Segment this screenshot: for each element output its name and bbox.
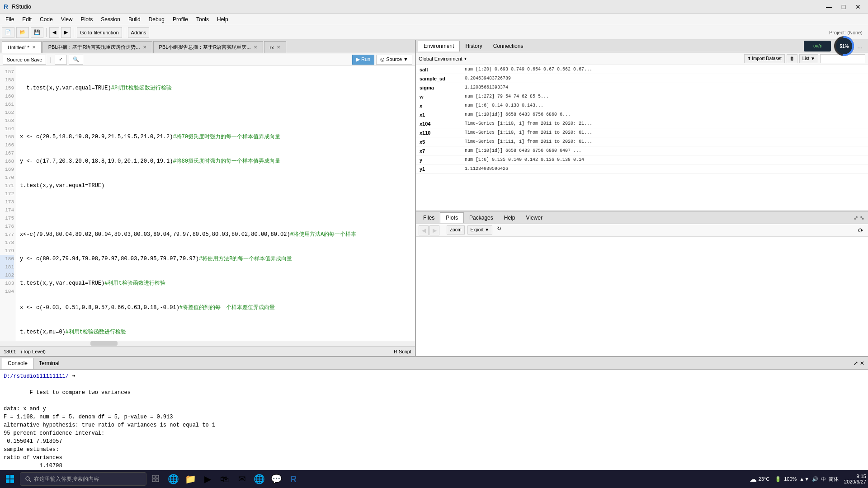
env-var-x110[interactable]: x110 Time-Series [1:110, 1] from 2011 to… bbox=[416, 128, 868, 137]
prev-button[interactable]: ◀ bbox=[49, 27, 59, 38]
taskbar-teams-icon[interactable]: 💬 bbox=[269, 471, 284, 487]
menu-plots[interactable]: Plots bbox=[77, 14, 97, 24]
open-file-button[interactable]: 📂 bbox=[16, 27, 29, 38]
tab-rx[interactable]: rx ✕ bbox=[264, 41, 286, 53]
toolbar-separator-1 bbox=[46, 28, 47, 37]
menu-view[interactable]: View bbox=[57, 14, 76, 24]
toolbar-separator-2 bbox=[74, 28, 74, 37]
source-button[interactable]: ◎ Source ▼ bbox=[376, 55, 412, 65]
menu-code[interactable]: Code bbox=[36, 14, 57, 24]
code-content[interactable]: t.test(x,y,var.equal=TRUE)#利用t检验函数进行检验 x… bbox=[16, 66, 415, 341]
env-var-sample-sd[interactable]: sample_sd 0.204639483726789 bbox=[416, 74, 868, 83]
taskbar-mail-icon[interactable]: ✉ bbox=[234, 471, 250, 487]
tab-close-pbl1[interactable]: ✕ bbox=[143, 45, 146, 50]
tab-files[interactable]: Files bbox=[418, 212, 440, 223]
plot-prev-button[interactable]: ◀ bbox=[419, 225, 429, 235]
new-file-button[interactable]: 📄 bbox=[2, 27, 14, 38]
find-button[interactable]: 🔍 bbox=[69, 55, 83, 65]
menu-build[interactable]: Build bbox=[125, 14, 144, 24]
editor-toolbar-left: Source on Save | ✓ 🔍 bbox=[3, 55, 83, 65]
env-var-sigma[interactable]: sigma 1.12085661393374 bbox=[416, 83, 868, 92]
collapse-icon[interactable]: ⤡ bbox=[860, 215, 864, 221]
tab-close-untitled1[interactable]: ✕ bbox=[32, 45, 36, 50]
editor-toolbar: Source on Save | ✓ 🔍 ▶ Run ◎ Source ▼ bbox=[0, 53, 415, 66]
import-dataset-button[interactable]: ⬆ Import Dataset bbox=[744, 54, 785, 63]
next-button[interactable]: ▶ bbox=[61, 27, 71, 38]
tab-packages[interactable]: Packages bbox=[464, 212, 499, 223]
tab-history[interactable]: History bbox=[460, 41, 487, 52]
env-var-x5[interactable]: x5 Time-Series [1:111, 1] from 2011 to 2… bbox=[416, 137, 868, 146]
start-button[interactable] bbox=[2, 471, 18, 487]
addins-button[interactable]: Addins bbox=[128, 27, 150, 38]
tab-plots[interactable]: Plots bbox=[440, 212, 464, 223]
tab-environment[interactable]: Environment bbox=[418, 41, 460, 52]
code-editor[interactable]: 157 158 159 160 161 162 163 164 165 166 … bbox=[0, 66, 415, 346]
menu-help[interactable]: Help bbox=[213, 14, 232, 24]
menu-profile[interactable]: Profile bbox=[169, 14, 192, 24]
tab-terminal[interactable]: Terminal bbox=[33, 358, 65, 369]
env-var-salt[interactable]: salt num [1:20] 0.693 0.749 0.654 0.67 0… bbox=[416, 65, 868, 74]
tab-close-rx[interactable]: ✕ bbox=[277, 45, 280, 50]
taskbar-store-icon[interactable]: 🛍 bbox=[217, 471, 232, 487]
code-check-button[interactable]: ✓ bbox=[55, 55, 67, 65]
env-var-x104[interactable]: x104 Time-Series [1:110, 1] from 2011 to… bbox=[416, 119, 868, 128]
tab-viewer[interactable]: Viewer bbox=[520, 212, 547, 223]
cpu-percent: 51% bbox=[840, 43, 849, 48]
console-close-icon[interactable]: ✕ bbox=[860, 360, 864, 366]
menu-file[interactable]: File bbox=[2, 14, 18, 24]
save-button[interactable]: 💾 bbox=[31, 27, 43, 38]
tab-pbl1[interactable]: PBL中摘：基于R语言实现重庆房价走势... ✕ bbox=[42, 41, 152, 53]
temperature: 23°C bbox=[759, 476, 770, 482]
script-type: R Script bbox=[394, 349, 411, 354]
taskbar-edge-icon[interactable]: 🌐 bbox=[251, 471, 267, 487]
menu-edit[interactable]: Edit bbox=[19, 14, 35, 24]
env-var-x[interactable]: x num [1:6] 0.14 0.138 0.143... bbox=[416, 101, 868, 110]
environment-tabs: Environment History Connections 0K/s bbox=[416, 40, 868, 52]
taskbar-explorer-icon[interactable]: 🌐 bbox=[165, 471, 181, 487]
go-to-file-button[interactable]: Go to file/function bbox=[77, 27, 122, 38]
list-view-button[interactable]: List ▼ bbox=[799, 54, 818, 63]
zoom-button[interactable]: Zoom bbox=[447, 225, 465, 235]
console-alt-hypothesis: alternative hypothesis: true ratio of va… bbox=[4, 421, 864, 429]
run-button[interactable]: ▶ Run bbox=[352, 55, 374, 65]
source-on-save-button[interactable]: Source on Save bbox=[3, 55, 46, 65]
clear-env-button[interactable]: 🗑 bbox=[787, 54, 797, 63]
plot-nav-arrows: ◀ ▶ Zoom Export ▼ ↻ bbox=[419, 225, 501, 235]
env-var-w[interactable]: w num [1:272] 79 54 74 62 85 5... bbox=[416, 92, 868, 101]
close-button[interactable]: ✕ bbox=[852, 2, 864, 12]
editor-horizontal-scrollbar[interactable] bbox=[0, 341, 415, 346]
env-var-x1[interactable]: x1 num [1:10(1d)] 6658 6483 6756 6860 6.… bbox=[416, 110, 868, 119]
env-var-y1[interactable]: y1 1.11234939596426 bbox=[416, 164, 868, 174]
env-var-x7[interactable]: x7 num [1:10(1d)] 6658 6483 6756 6860 64… bbox=[416, 146, 868, 155]
env-var-y[interactable]: y num [1:6] 0.135 0.140 0.142 0.136 0.13… bbox=[416, 155, 868, 164]
tab-help[interactable]: Help bbox=[499, 212, 521, 223]
menu-session[interactable]: Session bbox=[97, 14, 124, 24]
menu-tools[interactable]: Tools bbox=[193, 14, 212, 24]
task-view-button[interactable] bbox=[148, 471, 164, 487]
env-dropdown-icon: ▾ bbox=[464, 56, 467, 61]
tab-untitled1[interactable]: Untitled1* ✕ bbox=[2, 41, 42, 53]
tab-console[interactable]: Console bbox=[2, 358, 33, 369]
taskbar-r-icon[interactable]: R bbox=[286, 471, 301, 487]
console-expand-icon[interactable]: ⤢ bbox=[854, 360, 858, 366]
environment-panel: Environment History Connections 0K/s bbox=[416, 40, 868, 211]
window-controls: — □ ✕ bbox=[823, 2, 864, 12]
line-num-159: 159 bbox=[0, 84, 14, 92]
export-button[interactable]: Export ▼ bbox=[467, 225, 493, 235]
minimize-button[interactable]: — bbox=[823, 2, 835, 12]
env-toolbar-left: Global Environment ▾ bbox=[419, 56, 467, 61]
expand-icon[interactable]: ⤢ bbox=[854, 215, 858, 221]
tab-close-pbl2[interactable]: ✕ bbox=[254, 45, 257, 50]
taskbar-media-icon[interactable]: ▶ bbox=[200, 471, 215, 487]
tab-pbl2[interactable]: PBL小组报告总摘：基于R语言实现重庆... ✕ bbox=[153, 41, 263, 53]
refresh-icon[interactable]: ↻ bbox=[497, 225, 501, 235]
plot-refresh-btn[interactable]: ⟳ bbox=[858, 227, 863, 234]
taskbar-folder-icon[interactable]: 📁 bbox=[183, 471, 198, 487]
line-num-183: 183 bbox=[0, 279, 14, 287]
maximize-button[interactable]: □ bbox=[837, 2, 850, 12]
tab-connections[interactable]: Connections bbox=[488, 41, 529, 52]
console-content[interactable]: D:/rstudio111111111/ ➜ F test to compare… bbox=[0, 370, 868, 483]
menu-debug[interactable]: Debug bbox=[145, 14, 168, 24]
plot-next-button[interactable]: ▶ bbox=[429, 225, 439, 235]
taskbar-search[interactable]: 在这里输入你要搜索的内容 bbox=[20, 472, 146, 486]
